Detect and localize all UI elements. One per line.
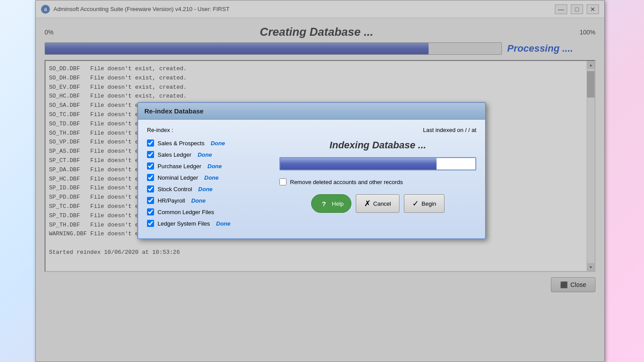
cancel-button[interactable]: ✗ Cancel (356, 194, 399, 213)
checkbox-purchase-ledger-label: Purchase Ledger (158, 163, 201, 170)
checkbox-sales-ledger-done: Done (198, 151, 212, 158)
checkbox-purchase-ledger: Purchase Ledger Done (147, 162, 271, 170)
checkbox-ledger-system-input[interactable] (147, 220, 154, 227)
last-indexed-value: / / (465, 127, 471, 133)
checkbox-nominal-ledger-done: Done (204, 174, 219, 181)
dialog-cols: Sales & Prospects Done Sales Ledger Done… (147, 140, 476, 231)
dialog-title-bar: Re-index Database (138, 103, 485, 120)
help-button-label: Help (332, 200, 344, 207)
checkbox-sales-ledger-label: Sales Ledger (158, 151, 192, 158)
checkbox-sales-prospects-input[interactable] (147, 140, 154, 147)
dialog-title: Re-index Database (144, 107, 203, 115)
reindex-dialog: Re-index Database Re-index : Last indexe… (137, 102, 486, 239)
begin-button[interactable]: ✓ Begin (404, 194, 444, 213)
checkbox-hr-payroll-label: HR/Payroll (158, 197, 185, 204)
dialog-progress-outer (279, 157, 476, 170)
checkbox-hr-payroll-done: Done (191, 197, 206, 204)
dialog-right-col: Indexing Database ... Remove deleted acc… (279, 140, 476, 231)
checkbox-purchase-ledger-done: Done (207, 163, 222, 170)
checkbox-stock-control: Stock Control Done (147, 185, 271, 192)
dialog-progress-inner (280, 158, 437, 170)
checkbox-hr-payroll-input[interactable] (147, 197, 154, 204)
checkbox-ledger-system: Ledger System Files Done (147, 220, 271, 227)
remove-deleted-checkbox[interactable] (279, 178, 286, 185)
checkbox-ledger-system-done: Done (216, 220, 231, 227)
last-indexed-label: Last indexed on (423, 127, 463, 133)
cancel-icon: ✗ (364, 199, 371, 208)
checkbox-sales-ledger-input[interactable] (147, 151, 154, 158)
checkbox-sales-prospects: Sales & Prospects Done (147, 140, 271, 147)
reindex-label: Re-index : (147, 127, 173, 133)
checkbox-sales-prospects-label: Sales & Prospects (158, 140, 204, 147)
checkbox-purchase-ledger-input[interactable] (147, 162, 154, 170)
indexing-title: Indexing Database ... (330, 140, 426, 151)
dialog-body: Re-index : Last indexed on / / at Sales … (138, 120, 485, 238)
checkbox-common-ledger-input[interactable] (147, 208, 154, 215)
dialog-checkbox-list: Sales & Prospects Done Sales Ledger Done… (147, 140, 271, 231)
checkbox-stock-control-input[interactable] (147, 185, 154, 192)
checkbox-nominal-ledger-input[interactable] (147, 174, 154, 181)
checkbox-stock-control-label: Stock Control (158, 186, 192, 192)
checkbox-ledger-system-label: Ledger System Files (158, 220, 210, 227)
remove-deleted-row: Remove deleted accounts and other record… (279, 178, 403, 185)
main-window: a Adminsoft Accounting Suite (Freeware V… (35, 0, 605, 362)
at-label: at (471, 127, 476, 133)
checkbox-sales-ledger: Sales Ledger Done (147, 151, 271, 158)
checkbox-hr-payroll: HR/Payroll Done (147, 197, 271, 204)
checkbox-common-ledger-label: Common Ledger Files (158, 209, 214, 215)
begin-icon: ✓ (412, 199, 419, 208)
last-indexed-row: Last indexed on / / at (423, 127, 476, 133)
cancel-button-label: Cancel (373, 200, 391, 207)
dialog-header-row: Re-index : Last indexed on / / at (147, 127, 476, 133)
remove-deleted-label: Remove deleted accounts and other record… (290, 179, 403, 185)
checkbox-nominal-ledger: Nominal Ledger Done (147, 174, 271, 181)
begin-button-label: Begin (422, 200, 436, 207)
checkbox-sales-prospects-done: Done (211, 140, 225, 147)
help-icon: ? (319, 198, 329, 209)
checkbox-nominal-ledger-label: Nominal Ledger (158, 174, 198, 181)
checkbox-stock-control-done: Done (198, 186, 213, 192)
help-button[interactable]: ? Help (311, 194, 351, 213)
checkbox-common-ledger: Common Ledger Files (147, 208, 271, 215)
dialog-buttons: ? Help ✗ Cancel ✓ Begin (311, 194, 444, 213)
